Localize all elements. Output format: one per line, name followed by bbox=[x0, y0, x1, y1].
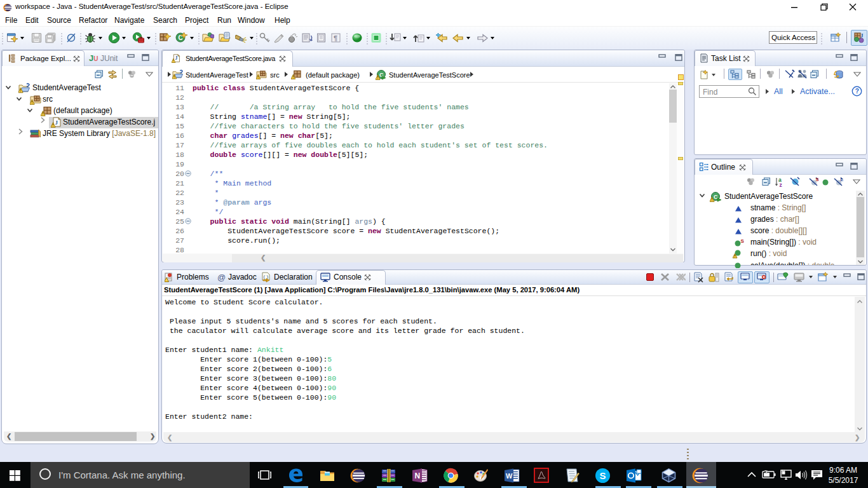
svg-text:J: J bbox=[175, 56, 177, 62]
svg-text:J: J bbox=[860, 32, 864, 39]
svg-text:W: W bbox=[506, 472, 513, 480]
svg-text:¶: ¶ bbox=[334, 34, 337, 42]
svg-text:N: N bbox=[415, 471, 421, 480]
svg-text:S: S bbox=[600, 470, 606, 481]
svg-text:S: S bbox=[816, 177, 819, 182]
svg-text:( ): ( ) bbox=[264, 274, 269, 280]
svg-text:?: ? bbox=[855, 88, 859, 95]
svg-text:L: L bbox=[841, 177, 844, 182]
svg-text:J: J bbox=[55, 119, 58, 126]
svg-text:S: S bbox=[741, 239, 745, 244]
svg-text:z: z bbox=[780, 182, 782, 188]
